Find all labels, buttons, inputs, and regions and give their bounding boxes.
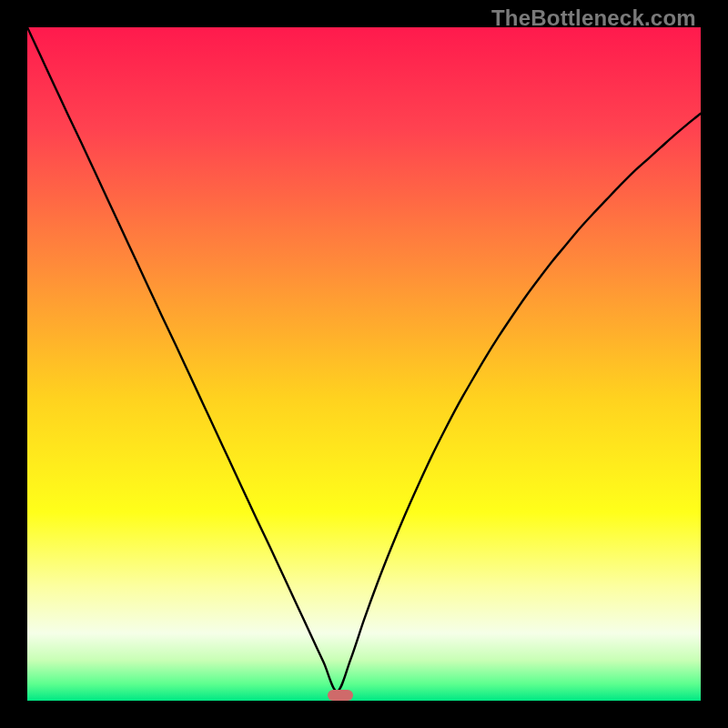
- bottleneck-curve: [27, 27, 701, 701]
- chart-frame: TheBottleneck.com: [0, 0, 728, 728]
- optimal-point-marker: [328, 690, 353, 701]
- plot-area: [27, 27, 701, 701]
- watermark-text: TheBottleneck.com: [491, 5, 696, 31]
